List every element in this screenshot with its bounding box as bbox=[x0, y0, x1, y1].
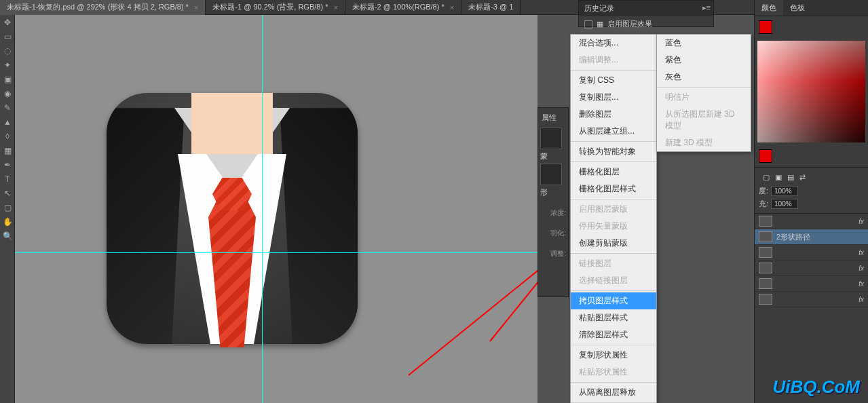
menu-item: 停用矢量蒙版 bbox=[571, 218, 656, 235]
menu-item[interactable]: 删除图层 bbox=[571, 106, 656, 123]
properties-panel: 属性 蒙 形 浓度: 羽化: 调整: bbox=[537, 107, 569, 297]
shape-tool-icon[interactable]: ▢ bbox=[1, 201, 14, 214]
opacity-value[interactable]: 100% bbox=[771, 186, 798, 196]
layer-thumb-icon bbox=[759, 216, 772, 227]
menu-item[interactable]: 混合选项... bbox=[571, 35, 656, 52]
layer-thumb-icon bbox=[759, 278, 772, 289]
type-tool-icon[interactable]: T bbox=[1, 172, 14, 186]
menu-item[interactable]: 栅格化图层样式 bbox=[571, 180, 656, 197]
zoom-tool-icon[interactable]: 🔍 bbox=[1, 229, 14, 243]
lasso-tool-icon[interactable]: ◌ bbox=[1, 44, 14, 58]
path-tool-icon[interactable]: ↖ bbox=[1, 187, 14, 200]
tab-swatches[interactable]: 色板 bbox=[783, 0, 812, 16]
tab-doc-1[interactable]: 未标题-1-恢复的.psd @ 292% (形状 4 拷贝 2, RGB/8) … bbox=[0, 0, 206, 15]
submenu-item: 明信片 bbox=[657, 89, 751, 106]
tab-label: 未标题-2 @ 100%(RGB/8) * bbox=[352, 2, 445, 12]
tab-doc-3[interactable]: 未标题-2 @ 100%(RGB/8) *× bbox=[345, 0, 461, 15]
shape-label: 形 bbox=[540, 188, 548, 196]
color-swatch[interactable] bbox=[759, 149, 772, 163]
guide-horizontal[interactable] bbox=[15, 252, 537, 253]
fx-badge[interactable]: fx bbox=[858, 280, 864, 288]
menu-item[interactable]: 创建剪贴蒙版 bbox=[571, 235, 656, 252]
history-item[interactable]: ▦ 启用图层效果 bbox=[579, 16, 713, 32]
menu-item: 选择链接图层 bbox=[571, 272, 656, 289]
foreground-swatch[interactable] bbox=[759, 20, 772, 34]
wand-tool-icon[interactable]: ✦ bbox=[1, 58, 14, 72]
eyedropper-tool-icon[interactable]: ◉ bbox=[1, 87, 14, 100]
brush-tool-icon[interactable]: ✎ bbox=[1, 101, 14, 115]
snapshot-icon: ▦ bbox=[597, 20, 603, 28]
menu-item[interactable]: 拷贝图层样式 bbox=[571, 292, 656, 309]
density-label: 浓度: bbox=[540, 208, 566, 218]
eraser-tool-icon[interactable]: ◊ bbox=[1, 130, 14, 143]
submenu-item[interactable]: 紫色 bbox=[657, 52, 751, 69]
align-icon[interactable]: ▢ bbox=[763, 173, 770, 182]
shape-thumb[interactable] bbox=[540, 164, 562, 185]
menu-item[interactable]: 复制形状属性 bbox=[571, 347, 656, 364]
marquee-tool-icon[interactable]: ▭ bbox=[1, 30, 14, 43]
watermark: UiBQ.CoM bbox=[772, 377, 860, 398]
submenu-item[interactable]: 灰色 bbox=[657, 69, 751, 85]
menu-item[interactable]: 复制 CSS bbox=[571, 72, 656, 89]
align-icon[interactable]: ▣ bbox=[775, 173, 782, 182]
fx-badge[interactable]: fx bbox=[858, 296, 864, 303]
menu-item[interactable]: 栅格化图层 bbox=[571, 164, 656, 180]
context-menu: 混合选项...编辑调整...复制 CSS复制图层...删除图层从图层建立组...… bbox=[570, 34, 657, 403]
layer-row[interactable]: fx bbox=[755, 276, 868, 292]
panel-menu-icon[interactable]: ▸≡ bbox=[702, 3, 711, 12]
fx-badge[interactable]: fx bbox=[858, 218, 864, 225]
checkbox-icon[interactable] bbox=[584, 20, 592, 28]
hand-tool-icon[interactable]: ✋ bbox=[1, 215, 14, 229]
menu-item[interactable]: 从图层建立组... bbox=[571, 123, 656, 140]
tab-doc-2[interactable]: 未标题-1 @ 90.2% (背景, RGB/8) *× bbox=[206, 0, 345, 15]
menu-item[interactable]: 从隔离图层释放 bbox=[571, 384, 656, 401]
artwork-suit-icon bbox=[107, 93, 358, 344]
close-icon[interactable]: × bbox=[194, 3, 198, 12]
submenu-item[interactable]: 蓝色 bbox=[657, 35, 751, 52]
stamp-tool-icon[interactable]: ▲ bbox=[1, 115, 14, 129]
panel-title: 历史记录 bbox=[579, 1, 713, 16]
canvas[interactable] bbox=[15, 15, 537, 403]
fill-value[interactable]: 100% bbox=[771, 199, 798, 209]
history-label: 启用图层效果 bbox=[607, 19, 652, 29]
gradient-tool-icon[interactable]: ▦ bbox=[1, 144, 14, 157]
annotation-arrow bbox=[408, 242, 537, 376]
menu-item: 启用图层蒙版 bbox=[571, 201, 656, 218]
right-panels: 颜色 色板 ▢ ▣ ▤ ⇄ 度:100% 充:100% fx 2形状路径 fx … bbox=[754, 0, 868, 403]
guide-vertical[interactable] bbox=[262, 15, 263, 403]
menu-item[interactable]: 转换为智能对象 bbox=[571, 143, 656, 160]
layer-row[interactable]: 2形状路径 bbox=[755, 229, 868, 245]
crop-tool-icon[interactable]: ▣ bbox=[1, 73, 14, 86]
layer-row[interactable]: fx bbox=[755, 214, 868, 229]
layer-row[interactable]: fx bbox=[755, 261, 868, 276]
menu-item: 链接图层 bbox=[571, 255, 656, 272]
menu-item: 编辑调整... bbox=[571, 52, 656, 69]
tab-label: 未标题-1-恢复的.psd @ 292% (形状 4 拷贝 2, RGB/8) … bbox=[7, 2, 189, 12]
menu-item[interactable]: 复制图层... bbox=[571, 89, 656, 106]
mask-thumb[interactable] bbox=[540, 128, 562, 149]
close-icon[interactable]: × bbox=[450, 3, 454, 12]
tab-label: 未标题-3 @ 1 bbox=[468, 2, 513, 12]
history-panel: 历史记录 ▦ 启用图层效果 ▸≡ bbox=[578, 0, 714, 27]
close-icon[interactable]: × bbox=[333, 3, 337, 12]
fill-label: 充: bbox=[759, 199, 768, 209]
opacity-label: 度: bbox=[759, 186, 768, 196]
menu-item[interactable]: 粘贴图层样式 bbox=[571, 309, 656, 326]
move-tool-icon[interactable]: ✥ bbox=[1, 16, 14, 29]
align-icon[interactable]: ▤ bbox=[787, 173, 794, 182]
layer-row[interactable]: fx bbox=[755, 292, 868, 307]
tab-doc-4[interactable]: 未标题-3 @ 1 bbox=[461, 0, 521, 15]
link-icon[interactable]: ⇄ bbox=[799, 173, 806, 182]
fx-badge[interactable]: fx bbox=[858, 249, 864, 256]
layer-thumb-icon bbox=[759, 294, 772, 305]
context-submenu: 蓝色紫色灰色明信片从所选图层新建 3D 模型新建 3D 模型 bbox=[656, 34, 751, 152]
layer-name: 2形状路径 bbox=[776, 232, 810, 242]
menu-item[interactable]: 清除图层样式 bbox=[571, 326, 656, 343]
color-picker[interactable] bbox=[757, 41, 865, 142]
pen-tool-icon[interactable]: ✒ bbox=[1, 158, 14, 172]
layer-row[interactable]: fx bbox=[755, 245, 868, 261]
tab-color[interactable]: 颜色 bbox=[755, 0, 783, 16]
layer-thumb-icon bbox=[759, 231, 772, 242]
fx-badge[interactable]: fx bbox=[858, 265, 864, 272]
submenu-item: 从所选图层新建 3D 模型 bbox=[657, 106, 751, 134]
